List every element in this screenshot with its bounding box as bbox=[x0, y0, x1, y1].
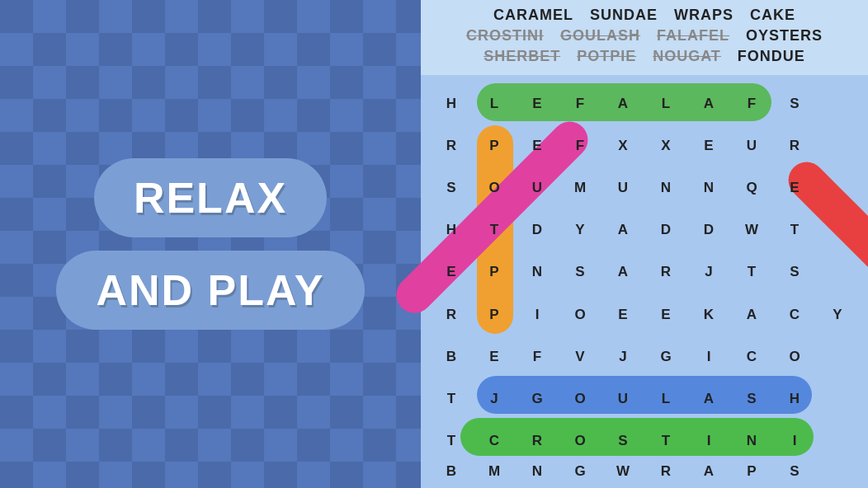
grid-cell-47[interactable]: T bbox=[731, 252, 772, 293]
grid-cell-83[interactable]: O bbox=[559, 421, 601, 462]
grid-cell-35[interactable]: D bbox=[645, 210, 686, 251]
grid-cell-70[interactable]: T bbox=[431, 379, 472, 420]
grid-cell-10[interactable]: R bbox=[431, 125, 472, 166]
grid-cell-72[interactable]: G bbox=[517, 379, 558, 420]
grid-cell-45[interactable]: R bbox=[645, 252, 686, 293]
grid-cell-61[interactable]: E bbox=[474, 336, 515, 377]
grid-cell-33[interactable]: Y bbox=[559, 210, 601, 251]
grid-cell-94[interactable]: W bbox=[602, 463, 644, 480]
grid-cell-31[interactable]: T bbox=[474, 210, 515, 251]
grid-cell-90[interactable]: B bbox=[431, 463, 472, 480]
grid-cell-58[interactable]: C bbox=[774, 294, 815, 335]
grid-cell-15[interactable]: X bbox=[645, 125, 686, 166]
grid-cell-24[interactable]: U bbox=[602, 167, 644, 208]
grid-cell-92[interactable]: N bbox=[517, 463, 558, 480]
grid-cell-40[interactable]: E bbox=[431, 252, 472, 293]
grid-cell-12[interactable]: E bbox=[517, 125, 558, 166]
grid-cell-46[interactable]: J bbox=[688, 252, 729, 293]
grid-cell-64[interactable]: J bbox=[602, 336, 644, 377]
grid-cell-62[interactable]: F bbox=[517, 336, 558, 377]
grid-cell-4[interactable]: A bbox=[602, 83, 644, 124]
grid-cell-1[interactable]: L bbox=[474, 83, 515, 124]
grid-cell-29[interactable] bbox=[817, 167, 858, 208]
grid-cell-57[interactable]: A bbox=[731, 294, 772, 335]
grid-cell-69[interactable] bbox=[817, 336, 858, 377]
grid-cell-78[interactable]: H bbox=[774, 379, 815, 420]
grid-cell-80[interactable]: T bbox=[431, 421, 472, 462]
grid-cell-34[interactable]: A bbox=[602, 210, 644, 251]
grid-cell-73[interactable]: O bbox=[559, 379, 601, 420]
grid-cell-52[interactable]: I bbox=[517, 294, 558, 335]
grid-cell-66[interactable]: I bbox=[688, 336, 729, 377]
grid-cell-16[interactable]: E bbox=[688, 125, 729, 166]
grid-cell-30[interactable]: H bbox=[431, 210, 472, 251]
grid-cell-60[interactable]: B bbox=[431, 336, 472, 377]
grid-cell-68[interactable]: O bbox=[774, 336, 815, 377]
grid-cell-84[interactable]: S bbox=[602, 421, 644, 462]
grid-cell-5[interactable]: L bbox=[645, 83, 686, 124]
grid-cell-74[interactable]: U bbox=[602, 379, 644, 420]
grid-cell-98[interactable]: S bbox=[774, 463, 815, 480]
grid-cell-75[interactable]: L bbox=[645, 379, 686, 420]
grid-cell-67[interactable]: C bbox=[731, 336, 772, 377]
grid-cell-9[interactable] bbox=[817, 83, 858, 124]
grid-cell-50[interactable]: R bbox=[431, 294, 472, 335]
grid-cell-55[interactable]: E bbox=[645, 294, 686, 335]
grid-cell-20[interactable]: S bbox=[431, 167, 472, 208]
grid-cell-49[interactable] bbox=[817, 252, 858, 293]
grid-cell-95[interactable]: R bbox=[645, 463, 686, 480]
grid-cell-25[interactable]: N bbox=[645, 167, 686, 208]
grid-cell-6[interactable]: A bbox=[688, 83, 729, 124]
grid-cell-81[interactable]: C bbox=[474, 421, 515, 462]
grid-cell-3[interactable]: F bbox=[559, 83, 601, 124]
grid-cell-86[interactable]: I bbox=[688, 421, 729, 462]
grid-cell-13[interactable]: F bbox=[559, 125, 601, 166]
grid-cell-53[interactable]: O bbox=[559, 294, 601, 335]
grid-cell-48[interactable]: S bbox=[774, 252, 815, 293]
grid-cell-96[interactable]: A bbox=[688, 463, 729, 480]
grid-cell-42[interactable]: N bbox=[517, 252, 558, 293]
grid-cell-59[interactable]: Y bbox=[817, 294, 858, 335]
grid-cell-99[interactable] bbox=[817, 463, 858, 480]
grid-cell-76[interactable]: A bbox=[688, 379, 729, 420]
grid-cell-85[interactable]: T bbox=[645, 421, 686, 462]
grid-cell-38[interactable]: T bbox=[774, 210, 815, 251]
grid-cell-11[interactable]: P bbox=[474, 125, 515, 166]
grid-cell-88[interactable]: I bbox=[774, 421, 815, 462]
grid-cell-26[interactable]: N bbox=[688, 167, 729, 208]
grid-cell-65[interactable]: G bbox=[645, 336, 686, 377]
grid-cell-77[interactable]: S bbox=[731, 379, 772, 420]
grid-cell-87[interactable]: N bbox=[731, 421, 772, 462]
grid-cell-17[interactable]: U bbox=[731, 125, 772, 166]
grid-cell-93[interactable]: G bbox=[559, 463, 601, 480]
grid-cell-63[interactable]: V bbox=[559, 336, 601, 377]
grid-cell-7[interactable]: F bbox=[731, 83, 772, 124]
grid-cell-39[interactable] bbox=[817, 210, 858, 251]
grid-cell-91[interactable]: M bbox=[474, 463, 515, 480]
grid-cell-23[interactable]: M bbox=[559, 167, 601, 208]
grid-cell-54[interactable]: E bbox=[602, 294, 644, 335]
grid-cell-89[interactable] bbox=[817, 421, 858, 462]
grid-cell-0[interactable]: H bbox=[431, 83, 472, 124]
grid-cell-14[interactable]: X bbox=[602, 125, 644, 166]
grid-cell-8[interactable]: S bbox=[774, 83, 815, 124]
grid-cell-71[interactable]: J bbox=[474, 379, 515, 420]
grid-cell-2[interactable]: E bbox=[517, 83, 558, 124]
grid-cell-37[interactable]: W bbox=[731, 210, 772, 251]
grid-cell-22[interactable]: U bbox=[517, 167, 558, 208]
grid-cell-79[interactable] bbox=[817, 379, 858, 420]
grid-cell-19[interactable] bbox=[817, 125, 858, 166]
grid-cell-18[interactable]: R bbox=[774, 125, 815, 166]
grid-cell-36[interactable]: D bbox=[688, 210, 729, 251]
grid-cell-27[interactable]: Q bbox=[731, 167, 772, 208]
grid-cell-44[interactable]: A bbox=[602, 252, 644, 293]
grid-cell-21[interactable]: O bbox=[474, 167, 515, 208]
grid-cell-56[interactable]: K bbox=[688, 294, 729, 335]
grid-cell-32[interactable]: D bbox=[517, 210, 558, 251]
grid-cell-43[interactable]: S bbox=[559, 252, 601, 293]
grid-cell-28[interactable]: E bbox=[774, 167, 815, 208]
grid-cell-51[interactable]: P bbox=[474, 294, 515, 335]
grid-cell-97[interactable]: P bbox=[731, 463, 772, 480]
grid-cell-41[interactable]: P bbox=[474, 252, 515, 293]
grid-cell-82[interactable]: R bbox=[517, 421, 558, 462]
